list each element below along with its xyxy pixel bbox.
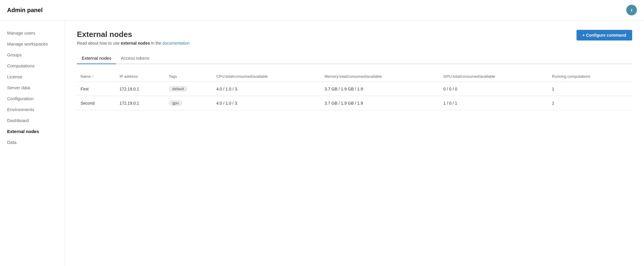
cell-ip: 172.19.0.1 (116, 82, 165, 96)
page-title-area: External nodes Read about how to use ext… (77, 30, 190, 46)
sidebar: Manage usersManage workspacesGroupsCompu… (0, 20, 65, 266)
table-body: First172.19.0.1default4.0 / 1.0 / 3.3.7 … (77, 82, 632, 110)
sidebar-item-computations[interactable]: Computations (0, 60, 65, 71)
external-nodes-table: Name ↑IP addressTagsCPU:total/consumed/a… (77, 71, 632, 110)
tabs-bar: External nodesAccess tokens (77, 53, 632, 64)
sidebar-item-groups[interactable]: Groups (0, 49, 65, 60)
sidebar-item-environments[interactable]: Environments (0, 104, 65, 115)
table-head: Name ↑IP addressTagsCPU:total/consumed/a… (77, 71, 632, 82)
col-header-running-computations: Running computations (548, 71, 632, 82)
cell-memory: 3.7 GB / 1.9 GB / 1.9 (321, 96, 440, 110)
subtitle-bold: external nodes (121, 41, 150, 46)
col-header-name[interactable]: Name ↑ (77, 71, 116, 82)
cell-cpu: 4.0 / 1.0 / 3. (213, 82, 321, 96)
cell-name: First (77, 82, 116, 96)
subtitle-prefix: Read about how to use (77, 41, 121, 46)
cell-tag: gpu (165, 96, 213, 110)
col-header-memory-total-consumed-available: Memory:total/consumed/available (321, 71, 440, 82)
sidebar-item-manage-workspaces[interactable]: Manage workspaces (0, 38, 65, 49)
main-layout: Manage usersManage workspacesGroupsCompu… (0, 20, 644, 266)
col-header-cpu-total-consumed-available: CPU:total/consumed/available (213, 71, 321, 82)
sidebar-item-dashboard[interactable]: Dashboard (0, 115, 65, 126)
app-header: Admin panel I (0, 0, 644, 20)
cell-gpu: 0 / 0 / 0 (440, 82, 548, 96)
page-header: External nodes Read about how to use ext… (77, 30, 632, 46)
page-subtitle: Read about how to use external nodes in … (77, 41, 190, 46)
cell-tag: default (165, 82, 213, 96)
documentation-link[interactable]: documentation (162, 41, 190, 46)
sidebar-item-external-nodes[interactable]: External nodes (0, 126, 65, 137)
tag-badge: gpu (169, 100, 182, 106)
cell-cpu: 4.0 / 1.0 / 3. (213, 96, 321, 110)
tag-badge: default (169, 86, 187, 92)
table-header-row: Name ↑IP addressTagsCPU:total/consumed/a… (77, 71, 632, 82)
cell-memory: 3.7 GB / 1.9 GB / 1.9 (321, 82, 440, 96)
sidebar-item-data[interactable]: Data (0, 137, 65, 148)
cell-running: 1 (548, 96, 632, 110)
cell-gpu: 1 / 0 / 1 (440, 96, 548, 110)
col-header-gpu-total-consumed-available: GPU:total/consumed/available (440, 71, 548, 82)
user-avatar[interactable]: I (626, 5, 637, 15)
cell-running: 1 (548, 82, 632, 96)
cell-ip: 172.19.0.1 (116, 96, 165, 110)
table-row: First172.19.0.1default4.0 / 1.0 / 3.3.7 … (77, 82, 632, 96)
app-title: Admin panel (7, 7, 43, 14)
sidebar-item-license[interactable]: License (0, 71, 65, 82)
configure-command-button[interactable]: + Configure command (577, 30, 632, 40)
table-row: Second172.19.0.1gpu4.0 / 1.0 / 3.3.7 GB … (77, 96, 632, 110)
tab-access-tokens[interactable]: Access tokens (116, 53, 154, 64)
sidebar-item-configuration[interactable]: Configuration (0, 93, 65, 104)
tab-external-nodes[interactable]: External nodes (77, 53, 116, 64)
sidebar-item-server-data[interactable]: Server data (0, 82, 65, 93)
col-header-tags: Tags (165, 71, 213, 82)
main-content: External nodes Read about how to use ext… (65, 20, 644, 266)
subtitle-suffix: in the (150, 41, 162, 46)
col-header-ip-address: IP address (116, 71, 165, 82)
page-title: External nodes (77, 30, 190, 39)
sidebar-item-manage-users[interactable]: Manage users (0, 27, 65, 38)
cell-name: Second (77, 96, 116, 110)
